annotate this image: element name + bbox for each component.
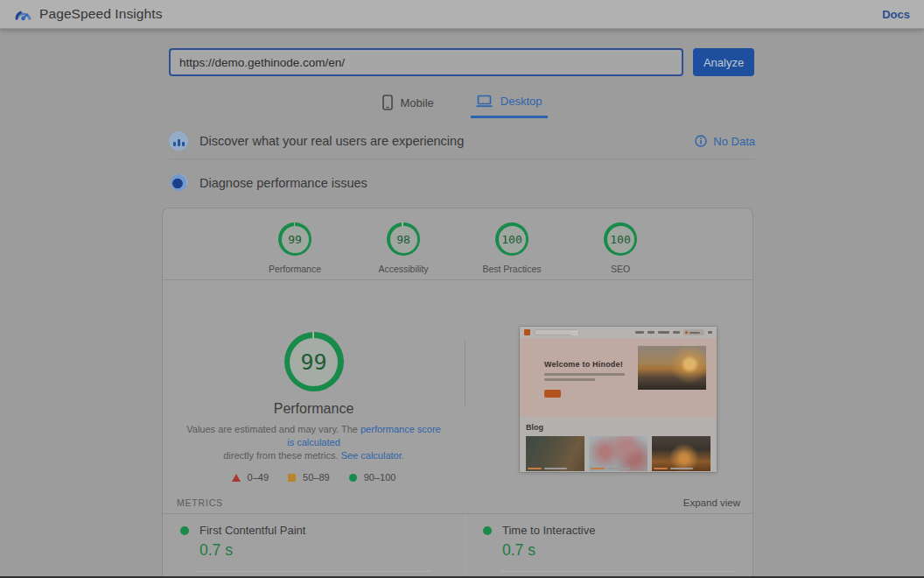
- score-label: Performance: [269, 264, 321, 274]
- real-users-icon: [169, 131, 188, 151]
- thumb-hero-text: [544, 373, 625, 376]
- diagnose-gauge-icon: [171, 174, 187, 191]
- score-ring: 98: [387, 222, 420, 256]
- desktop-laptop-icon: [476, 95, 493, 108]
- field-data-title: Discover what your real users are experi…: [200, 134, 464, 148]
- thumb-blog-image: [589, 436, 648, 471]
- metric-name: First Contentful Paint: [200, 524, 305, 537]
- performance-gauge-label: Performance: [163, 401, 465, 417]
- app-title: PageSpeed Insights: [39, 6, 163, 22]
- score-value: 99: [288, 233, 302, 246]
- performance-gauge-ring: 99: [284, 332, 344, 391]
- mobile-phone-icon: [382, 95, 393, 110]
- no-data-label: No Data: [713, 135, 755, 148]
- thumb-shortcut-badge: [570, 330, 578, 335]
- tab-desktop[interactable]: Desktop: [471, 91, 548, 118]
- gauge-desc-text: Values are estimated and may vary. The: [186, 424, 360, 434]
- docs-link[interactable]: Docs: [882, 8, 910, 21]
- score-ring: 100: [604, 222, 637, 256]
- lab-data-title: Diagnose performance issues: [200, 176, 368, 190]
- score-best-practices[interactable]: 100 Best Practices: [478, 222, 546, 274]
- see-calculator-link[interactable]: See calculator.: [341, 450, 404, 461]
- metric-pass-dot-icon: [483, 526, 492, 535]
- gauge-desc-text: directly from these metrics.: [223, 450, 340, 461]
- thumb-blog-section: Blog: [520, 417, 717, 471]
- thumb-site-logo: [524, 329, 530, 335]
- site-screenshot-thumbnail: Welcome to Hinode! Blog: [520, 327, 717, 472]
- legend-range: 0–49: [248, 472, 269, 483]
- thumb-nav-links: [635, 329, 712, 335]
- performance-gauge-block: 99 Performance Values are estimated and …: [163, 332, 465, 483]
- metric-value: 0.7 s: [200, 541, 458, 560]
- score-seo[interactable]: 100 SEO: [586, 222, 654, 274]
- score-label: Best Practices: [482, 264, 541, 274]
- score-performance[interactable]: 99 Performance: [261, 222, 329, 274]
- category-scores-row: 99 Performance 98 Accessibility 100 Best…: [163, 208, 752, 274]
- legend-pass: 90–100: [349, 472, 396, 483]
- section-divider: [169, 159, 755, 159]
- url-input[interactable]: [169, 48, 683, 76]
- metric-value: 0.7 s: [502, 541, 760, 560]
- legend-average: 50–89: [288, 472, 330, 483]
- score-ring: 100: [495, 222, 528, 256]
- legend-range: 90–100: [364, 472, 396, 483]
- app-header: PageSpeed Insights Docs: [0, 0, 924, 29]
- legend-fail: 0–49: [232, 472, 269, 483]
- performance-gauge-value: 99: [300, 349, 326, 375]
- device-tabs: Mobile Desktop: [0, 91, 924, 118]
- tab-mobile[interactable]: Mobile: [377, 91, 439, 118]
- metric-time-to-interactive: Time to Interactive 0.7 s: [466, 514, 760, 572]
- thumb-blog-image: [652, 436, 710, 471]
- thumb-hero-button: [544, 390, 561, 398]
- score-ring: 99: [278, 222, 312, 256]
- app-logo[interactable]: PageSpeed Insights: [14, 6, 163, 22]
- pass-circle-icon: [349, 474, 357, 482]
- metric-pass-dot-icon: [180, 526, 189, 535]
- tab-mobile-label: Mobile: [401, 96, 434, 109]
- card-divider: [163, 279, 752, 280]
- thumb-hero-text: [544, 378, 595, 381]
- score-label: Accessibility: [378, 264, 428, 274]
- expand-view-link[interactable]: Expand view: [683, 497, 740, 508]
- score-legend: 0–49 50–89 90–100: [163, 472, 465, 483]
- thumb-hero-title: Welcome to Hinode!: [544, 360, 623, 369]
- field-data-section-header: Discover what your real users are experi…: [169, 129, 755, 153]
- thumb-navbar: [520, 327, 717, 338]
- tab-desktop-label: Desktop: [500, 95, 542, 108]
- thumb-blog-heading: Blog: [526, 423, 710, 432]
- thumb-hero-image: [638, 346, 706, 390]
- score-accessibility[interactable]: 98 Accessibility: [369, 222, 438, 274]
- score-label: SEO: [611, 264, 630, 274]
- metric-first-contentful-paint: First Contentful Paint 0.7 s: [163, 514, 458, 572]
- vertical-divider: [465, 340, 466, 405]
- average-square-icon: [288, 474, 296, 482]
- no-data-status[interactable]: No Data: [695, 135, 755, 148]
- thumb-blog-image: [526, 436, 584, 471]
- gauge-description: Values are estimated and may vary. The p…: [183, 423, 445, 462]
- thumb-hero: Welcome to Hinode!: [520, 338, 717, 417]
- info-icon: [695, 135, 707, 147]
- analyze-button[interactable]: Analyze: [693, 48, 754, 76]
- metric-name: Time to Interactive: [502, 524, 595, 537]
- report-card: 99 Performance 98 Accessibility 100 Best…: [162, 208, 753, 578]
- fail-triangle-icon: [232, 474, 241, 482]
- thumb-nav-pill: [683, 329, 704, 335]
- metrics-heading: METRICS: [177, 497, 223, 508]
- legend-range: 50–89: [303, 472, 330, 483]
- score-value: 100: [610, 233, 630, 246]
- score-value: 100: [501, 233, 522, 246]
- score-value: 98: [396, 233, 410, 246]
- pagespeed-gauge-icon: [14, 8, 32, 21]
- lab-data-section-header: Diagnose performance issues: [171, 174, 368, 191]
